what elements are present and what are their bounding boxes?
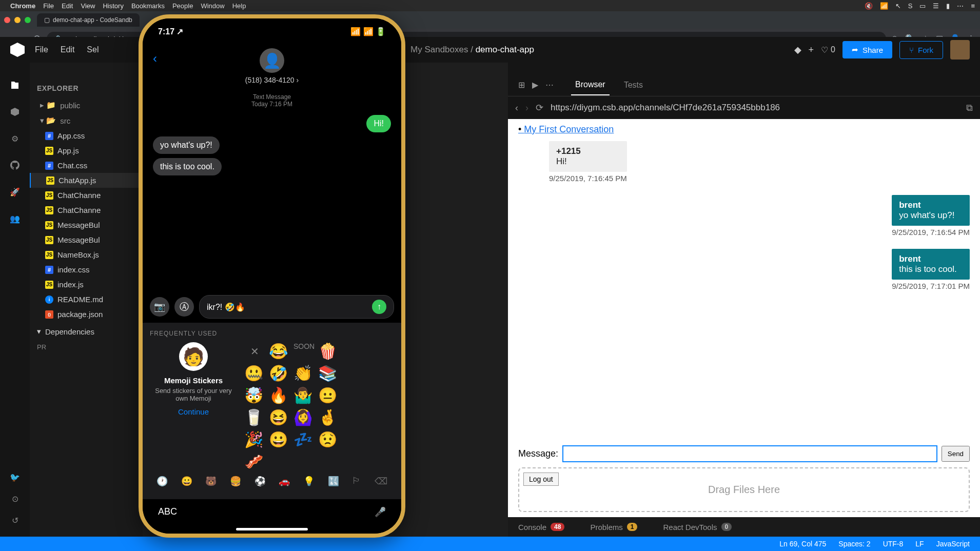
menubar-bookmarks[interactable]: Bookmarks [131,2,165,10]
emoji-item[interactable]: 👏 [293,364,314,382]
emoji-item[interactable]: 😆 [269,408,289,426]
deploy-icon[interactable]: ◆ [794,44,801,55]
message-input[interactable] [562,445,937,462]
folder-src[interactable]: ▾ 📂src [30,113,143,128]
appstore-button[interactable]: Ⓐ [174,297,194,317]
emoji-item[interactable]: 🎉 [244,430,265,448]
add-icon[interactable]: + [809,45,814,55]
cs-menu-edit[interactable]: Edit [61,45,75,54]
file-item[interactable]: iREADME.md [30,292,143,307]
phone-message-input[interactable]: ikr?! 🤣🔥 ↑ [199,295,394,319]
preview-url[interactable]: https://diygm.csb.app/channels/CHf7de261… [551,103,959,113]
mic-button[interactable]: 🎤 [375,506,386,518]
notification-icon[interactable]: ⋯ [957,2,964,10]
preview-popout-icon[interactable]: ⧉ [966,103,973,113]
preview-forward-icon[interactable]: › [525,103,528,113]
battery-icon[interactable]: ▮ [946,2,950,10]
drag-files-zone[interactable]: Log out Drag Files Here [518,467,970,512]
console-tab[interactable]: Problems1 [590,523,637,532]
feedback-icon[interactable]: ↺ [9,514,21,526]
window-close-button[interactable] [4,17,10,23]
emoji-item[interactable]: 🤐 [244,364,265,382]
emoji-tab-recent[interactable]: 🕐 [156,476,168,487]
breadcrumb[interactable]: My Sandboxes / demo-chat-app [410,45,534,55]
emoji-item[interactable]: 🥓 [244,452,265,470]
cube-icon[interactable] [9,106,21,118]
emoji-item[interactable]: SOON [293,342,314,360]
memoji-continue-button[interactable]: Continue [150,407,237,416]
s-icon[interactable]: S [908,2,913,10]
layout-icon[interactable]: ⊞ [518,80,525,90]
status-encoding[interactable]: UTF-8 [883,540,904,548]
file-item[interactable]: JSNameBox.js [30,247,143,262]
preview-reload-icon[interactable]: ⟳ [536,102,543,113]
file-item[interactable]: JSMessageBul [30,232,143,247]
window-minimize-button[interactable] [14,17,21,23]
status-eol[interactable]: LF [915,540,924,548]
emoji-item[interactable]: 🤷‍♂️ [293,386,314,404]
menubar-file[interactable]: File [43,2,54,10]
rocket-icon[interactable]: 🚀 [9,186,21,198]
menubar-edit[interactable]: Edit [62,2,73,10]
console-tab[interactable]: Console48 [518,523,564,532]
volume-icon[interactable]: 🔇 [865,2,873,10]
emoji-tab-travel[interactable]: 🚗 [279,476,290,487]
abc-button[interactable]: ABC [158,506,177,518]
status-position[interactable]: Ln 69, Col 475 [779,540,826,548]
file-item[interactable]: JSChatChanne [30,188,143,203]
send-button[interactable]: Send [942,446,970,462]
display-icon[interactable]: ▭ [919,2,926,10]
share-button[interactable]: ➦ Share [842,41,892,58]
phone-send-button[interactable]: ↑ [372,300,386,314]
emoji-tab-smileys[interactable]: 😀 [181,476,192,487]
emoji-close[interactable]: ✕ [244,342,265,360]
contact-number[interactable]: (518) 348-4120 › [143,76,401,84]
emoji-tab-animals[interactable]: 🐻 [205,476,217,487]
emoji-tab-symbols[interactable]: 🔣 [328,476,339,487]
emoji-tab-flags[interactable]: 🏳 [352,476,361,487]
emoji-item[interactable]: 😟 [318,430,339,448]
emoji-item[interactable]: 📚 [318,364,339,382]
emoji-item[interactable]: 🍿 [318,342,339,360]
fork-button[interactable]: ⑂ Fork [899,41,943,59]
menubar-window[interactable]: Window [201,2,224,10]
emoji-item[interactable]: 🥛 [244,408,265,426]
file-item[interactable]: JSChatApp.js [30,173,143,188]
emoji-backspace[interactable]: ⌫ [375,476,387,487]
siri-icon[interactable]: ≡ [971,2,975,10]
memoji-avatar[interactable]: 🧑 [179,342,208,371]
cs-menu-file[interactable]: File [35,45,48,54]
file-item[interactable]: {}package.json [30,307,143,322]
file-item[interactable]: #App.css [30,128,143,143]
file-item[interactable]: JSindex.js [30,277,143,292]
status-language[interactable]: JavaScript [936,540,970,548]
folder-public[interactable]: ▸ 📁public [30,97,143,113]
logout-button[interactable]: Log out [523,473,559,486]
emoji-item[interactable]: 💤 [293,430,314,448]
emoji-item[interactable]: 😂 [269,342,289,360]
file-item[interactable]: JSApp.js [30,143,143,158]
menu-extra-icon[interactable]: ☰ [933,2,939,10]
github-footer-icon[interactable]: ⊙ [9,493,21,505]
menubar-people[interactable]: People [172,2,193,10]
play-icon[interactable]: ▶ [532,80,538,90]
phone-message[interactable]: Hi! [366,115,391,132]
settings-icon[interactable]: ⚙ [9,132,21,145]
emoji-tab-activity[interactable]: ⚽ [254,476,266,487]
console-tab[interactable]: React DevTools0 [663,523,732,532]
twitter-icon[interactable]: 🐦 [9,471,21,483]
live-icon[interactable]: 👥 [9,212,21,225]
home-indicator[interactable] [236,528,308,530]
status-spaces[interactable]: Spaces: 2 [838,540,870,548]
more-icon[interactable]: ⋯ [545,80,554,90]
github-icon[interactable] [9,159,21,171]
emoji-item[interactable]: 🤞 [318,408,339,426]
tab-tests[interactable]: Tests [620,75,647,95]
contact-avatar[interactable]: 👤 [260,48,284,73]
wifi-icon[interactable]: 📶 [880,2,888,10]
conversation-link[interactable]: My First Conversation [518,124,970,135]
phone-back-button[interactable]: ‹ [153,51,157,66]
menubar-help[interactable]: Help [232,2,246,10]
menubar-app-name[interactable]: Chrome [10,2,35,10]
explorer-icon[interactable] [9,79,21,91]
